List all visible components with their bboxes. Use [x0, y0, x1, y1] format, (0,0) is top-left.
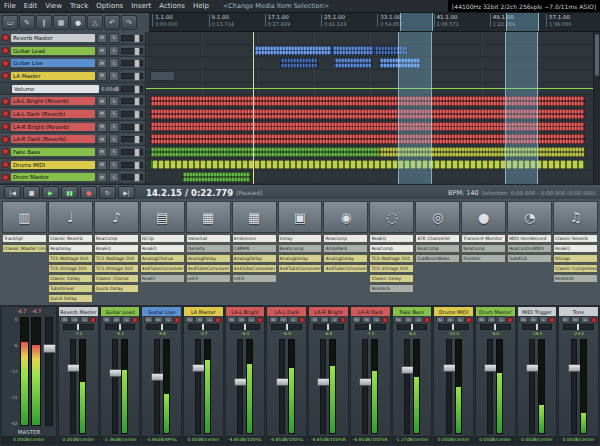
fx-slot[interactable]: GSnap: [553, 254, 598, 263]
track-name-label[interactable]: Guitar Lead: [11, 47, 95, 55]
mic-stand-icon[interactable]: ♫: [553, 201, 598, 233]
record-arm-button[interactable]: [132, 317, 138, 323]
fx-slot[interactable]: GClip: [140, 234, 185, 243]
go-to-end-button[interactable]: ▶|: [118, 186, 135, 199]
solo-button[interactable]: S: [109, 46, 119, 56]
mute-button[interactable]: m: [112, 316, 121, 323]
mixer-channel-guitar-lead[interactable]: Guitar Leadfxms-5.1-2.36dB/center: [100, 306, 141, 445]
record-arm-button[interactable]: [2, 161, 9, 168]
record-arm-button[interactable]: [2, 98, 9, 105]
go-to-start-button[interactable]: |◀: [4, 186, 21, 199]
pan-slider[interactable]: [146, 324, 177, 330]
solo-button[interactable]: s: [456, 316, 465, 323]
play-position-readout[interactable]: 14.2.15 / 0:22.779: [146, 188, 233, 198]
fx-slot[interactable]: TubeDriver: [48, 284, 93, 293]
fx-slot[interactable]: soFX: [186, 274, 231, 283]
record-arm-button[interactable]: [299, 317, 305, 323]
track-panel-guitar-live[interactable]: Guitar LiveMS: [0, 57, 145, 70]
track-volume-fader[interactable]: [121, 73, 143, 79]
fx-slot[interactable]: Density: [186, 244, 231, 253]
track-volume-fader[interactable]: [121, 35, 143, 41]
fx-slot[interactable]: AnalogDelay: [323, 254, 368, 263]
fx-slot[interactable]: AnalogDelay: [232, 254, 277, 263]
volume-fader[interactable]: [154, 339, 160, 434]
fx-slot[interactable]: 4x4TubeConvolver: [278, 264, 323, 273]
fx-slot[interactable]: 4x4TubeConvolver: [232, 264, 277, 273]
envelope-fader[interactable]: [121, 86, 143, 92]
fx-button[interactable]: fx: [144, 316, 153, 323]
track-name-label[interactable]: LA Master: [11, 72, 95, 80]
arrange-view[interactable]: [146, 32, 600, 184]
track-panel-la-l-bright-reverb[interactable]: LA-L Bright (Reverb)MS: [0, 95, 145, 108]
electric-guitar-icon[interactable]: ♪: [94, 201, 139, 233]
fx-slot[interactable]: TCS Wattage Dirt: [369, 254, 414, 263]
fx-slot[interactable]: ReaComp: [94, 234, 139, 243]
mute-button[interactable]: m: [154, 316, 163, 323]
record-arm-button[interactable]: [2, 34, 9, 41]
combo-amp-icon[interactable]: ▣: [278, 201, 323, 233]
mute-button[interactable]: m: [279, 316, 288, 323]
fx-slot[interactable]: Quick Delay: [94, 284, 139, 293]
mixer-channel-la-r-bright[interactable]: LA-R Brightfxms-6.5-4.85dB/100%R: [308, 306, 349, 445]
mute-button[interactable]: m: [571, 316, 580, 323]
mute-button[interactable]: m: [237, 316, 246, 323]
fx-slot[interactable]: AmbiPack: [323, 244, 368, 253]
track-volume-fader[interactable]: [121, 174, 143, 180]
mute-button[interactable]: m: [320, 316, 329, 323]
track-volume-fader[interactable]: [121, 124, 143, 130]
track-name-label[interactable]: LA-R Dark (Reverb): [11, 135, 95, 143]
fx-button[interactable]: fx: [310, 316, 319, 323]
record-arm-button[interactable]: [591, 317, 597, 323]
stop-button[interactable]: ■: [23, 186, 40, 199]
record-arm-button[interactable]: [174, 317, 180, 323]
track-name-label[interactable]: Drums MIDI: [11, 161, 95, 169]
mute-button[interactable]: m: [70, 316, 79, 323]
fx-slot[interactable]: ReaComp: [461, 244, 506, 253]
record-arm-button[interactable]: [382, 317, 388, 323]
fx-slot[interactable]: Ambience: [232, 234, 277, 243]
fx-slot[interactable]: Classic Compressor: [553, 264, 598, 273]
solo-button[interactable]: s: [372, 316, 381, 323]
time-selection[interactable]: [400, 13, 434, 31]
solo-button[interactable]: S: [109, 33, 119, 43]
envelope-line[interactable]: [146, 88, 594, 89]
record-arm-button[interactable]: [340, 317, 346, 323]
fx-button[interactable]: fx: [477, 316, 486, 323]
fx-slot[interactable]: ReaEQ: [140, 244, 185, 253]
pan-slider[interactable]: [105, 324, 136, 330]
guitar-body-icon[interactable]: ♩: [48, 201, 93, 233]
record-arm-button[interactable]: [2, 136, 9, 143]
fx-slot[interactable]: ValveSat: [186, 234, 231, 243]
play-button[interactable]: ▶: [42, 186, 59, 199]
menu-actions[interactable]: Actions: [155, 2, 189, 10]
volume-fader[interactable]: [70, 339, 76, 434]
mute-button[interactable]: M: [97, 58, 107, 68]
mixer-channel-midi-trigger[interactable]: MIDI Triggerfxms-18.30.00dB/center: [517, 306, 558, 445]
fx-slot[interactable]: Frontier: [461, 254, 506, 263]
menu-options[interactable]: Options: [92, 2, 127, 10]
fx-button[interactable]: fx: [519, 316, 528, 323]
record-arm-button[interactable]: [2, 72, 9, 79]
mute-button[interactable]: M: [97, 147, 107, 157]
track-name-label[interactable]: Volume: [12, 85, 99, 93]
arrange-row-la-l-bright-reverb[interactable]: [146, 95, 594, 108]
arrange-row-fake-bass[interactable]: [146, 146, 594, 159]
volume-fader[interactable]: [362, 339, 368, 434]
media-item[interactable]: [150, 160, 584, 170]
record-arm-button[interactable]: [2, 110, 9, 117]
arrange-row-drum-master[interactable]: [146, 171, 594, 184]
fx-slot[interactable]: C4MPR: [232, 244, 277, 253]
mute-button[interactable]: m: [362, 316, 371, 323]
pan-slider[interactable]: [563, 324, 594, 330]
fx-slot[interactable]: AnalogChorus: [140, 254, 185, 263]
media-item[interactable]: [150, 96, 584, 106]
menu-view[interactable]: View: [41, 2, 66, 10]
pan-slider[interactable]: [63, 324, 94, 330]
record-arm-button[interactable]: [507, 317, 513, 323]
solo-button[interactable]: s: [122, 316, 131, 323]
menu-help[interactable]: Help: [189, 2, 213, 10]
media-item[interactable]: [332, 46, 374, 56]
edit-cursor[interactable]: [253, 32, 254, 184]
redo-button[interactable]: ↷: [121, 15, 137, 30]
fx-button[interactable]: fx: [269, 316, 278, 323]
